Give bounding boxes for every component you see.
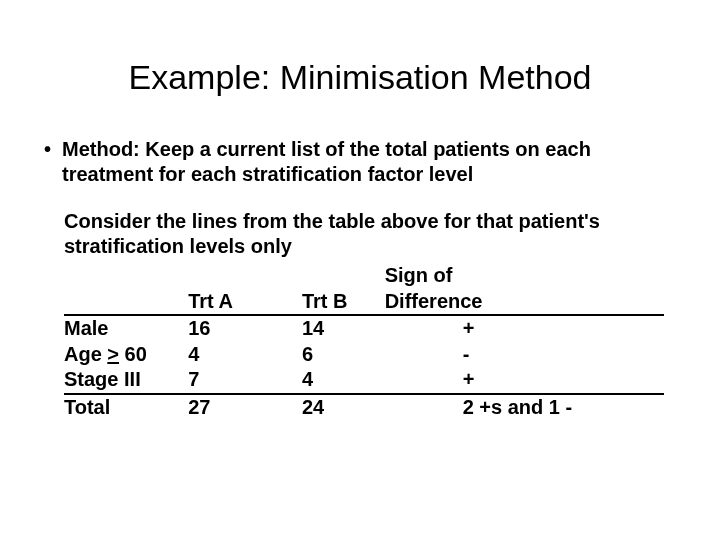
bullet-dot: • xyxy=(42,137,62,187)
row-sign: + xyxy=(385,367,664,394)
sub-text: Consider the lines from the table above … xyxy=(42,209,678,259)
row-trt-b: 4 xyxy=(302,367,385,394)
row-trt-a: 16 xyxy=(188,315,302,342)
header-diff-line1: Sign of xyxy=(385,264,453,286)
table-row: Stage III 7 4 + xyxy=(64,367,664,394)
header-diff-line2: Difference xyxy=(385,290,483,312)
table-total-row: Total 27 24 2 +s and 1 - xyxy=(64,394,664,421)
row-trt-a: 4 xyxy=(188,342,302,368)
slide-title: Example: Minimisation Method xyxy=(0,0,720,137)
row-sign: - xyxy=(385,342,664,368)
bullet-text: Method: Keep a current list of the total… xyxy=(62,137,678,187)
total-label: Total xyxy=(64,394,188,421)
row-label: Age > 60 xyxy=(64,342,188,368)
row-trt-b: 6 xyxy=(302,342,385,368)
total-trt-b: 24 xyxy=(302,394,385,421)
row-label-pre: Age xyxy=(64,343,107,365)
table-row: Male 16 14 + xyxy=(64,315,664,342)
minimisation-table: Trt A Trt B Sign of Difference Male 16 1… xyxy=(64,263,664,421)
slide-body: • Method: Keep a current list of the tot… xyxy=(0,137,720,421)
table-wrap: Trt A Trt B Sign of Difference Male 16 1… xyxy=(42,263,678,421)
row-label: Stage III xyxy=(64,367,188,394)
row-trt-a: 7 xyxy=(188,367,302,394)
row-label: Male xyxy=(64,315,188,342)
bullet-item: • Method: Keep a current list of the tot… xyxy=(42,137,678,187)
total-trt-a: 27 xyxy=(188,394,302,421)
header-blank xyxy=(64,263,188,315)
table-row: Age > 60 4 6 - xyxy=(64,342,664,368)
header-trt-b: Trt B xyxy=(302,263,385,315)
total-sign: 2 +s and 1 - xyxy=(385,394,664,421)
row-trt-b: 14 xyxy=(302,315,385,342)
header-trt-a: Trt A xyxy=(188,263,302,315)
slide: Example: Minimisation Method • Method: K… xyxy=(0,0,720,540)
table-header-row: Trt A Trt B Sign of Difference xyxy=(64,263,664,315)
row-label-post: 60 xyxy=(119,343,147,365)
row-sign: + xyxy=(385,315,664,342)
row-label-underline: > xyxy=(107,343,119,365)
header-diff: Sign of Difference xyxy=(385,263,664,315)
